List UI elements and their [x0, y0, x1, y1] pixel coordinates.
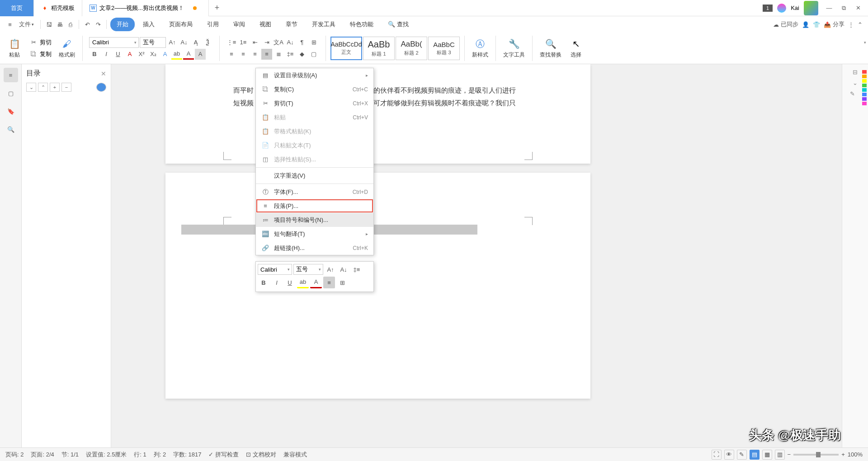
- numbering-icon[interactable]: 1≡: [238, 37, 249, 48]
- context-menu-item[interactable]: 🔤短句翻译(T)▸: [256, 227, 373, 241]
- change-case-icon[interactable]: Ѯ: [202, 37, 213, 48]
- context-menu-item[interactable]: ✂剪切(T)Ctrl+X: [256, 96, 373, 110]
- ribbon-tab-layout[interactable]: 页面布局: [163, 18, 199, 31]
- remove-icon[interactable]: −: [61, 83, 71, 92]
- line-spacing-icon[interactable]: ‡≡: [285, 49, 296, 60]
- outline-icon[interactable]: ≡: [4, 68, 18, 82]
- undo-icon[interactable]: ↶: [83, 20, 92, 29]
- mini-highlight-icon[interactable]: ab: [297, 277, 309, 288]
- align-left-icon[interactable]: ≡: [226, 49, 237, 60]
- ribbon-tab-find[interactable]: 🔍 查找: [382, 18, 415, 31]
- menu-icon[interactable]: ≡: [5, 20, 14, 29]
- distribute-icon[interactable]: ≣: [273, 49, 284, 60]
- context-menu-item[interactable]: ≔项目符号和编号(N)...: [256, 213, 373, 227]
- mini-line-spacing-icon[interactable]: ‡≡: [351, 263, 363, 275]
- strike-icon[interactable]: A: [124, 49, 135, 60]
- save-icon[interactable]: 🖫: [44, 20, 53, 29]
- text-effects-icon[interactable]: A: [160, 49, 170, 60]
- notification-badge[interactable]: 1: [763, 5, 773, 12]
- text-direction-icon[interactable]: 文A: [273, 37, 284, 48]
- sync-status[interactable]: ☁ 已同步: [773, 20, 798, 28]
- sort-icon[interactable]: A↓: [285, 37, 296, 48]
- context-menu-item[interactable]: 汉字重选(V): [256, 169, 373, 183]
- ribbon-tab-dev[interactable]: 开发工具: [306, 18, 342, 31]
- ribbon-tab-view[interactable]: 视图: [253, 18, 278, 31]
- pencil-icon[interactable]: ✎: [850, 90, 861, 101]
- print-layout-icon[interactable]: ▤: [750, 450, 760, 460]
- window-restore[interactable]: ⧉: [837, 4, 850, 13]
- context-menu-item[interactable]: ≡段落(P)...: [256, 199, 373, 213]
- zoom-tool-icon[interactable]: 🔍: [4, 122, 18, 136]
- chevron-down-icon[interactable]: ⌄: [853, 80, 858, 85]
- status-chars[interactable]: 字数: 1817: [173, 451, 201, 459]
- mini-border-icon[interactable]: ⊞: [336, 277, 348, 288]
- align-right-icon[interactable]: ≡: [250, 49, 260, 60]
- avatar[interactable]: [777, 4, 786, 13]
- mini-justify-icon[interactable]: ≡: [323, 277, 335, 288]
- highlight-icon[interactable]: ab: [171, 49, 182, 60]
- context-menu-item[interactable]: ▤设置目录级别(A)▸: [256, 68, 373, 82]
- style-heading3[interactable]: AaBbC标题 3: [428, 37, 460, 60]
- edit-mode-icon[interactable]: ✎: [737, 450, 747, 460]
- user-icon[interactable]: 👤: [802, 21, 809, 28]
- status-setval[interactable]: 设置值: 2.5厘米: [86, 451, 127, 459]
- read-mode-icon[interactable]: 👁: [724, 450, 734, 460]
- cut-button[interactable]: ✂剪切: [28, 37, 52, 48]
- zoom-in-icon[interactable]: +: [841, 451, 845, 458]
- font-color-icon[interactable]: A: [183, 49, 194, 60]
- shrink-font-icon[interactable]: A↓: [179, 37, 189, 48]
- bookmark-icon[interactable]: 🔖: [4, 104, 18, 118]
- superscript-icon[interactable]: X²: [136, 49, 147, 60]
- add-icon[interactable]: +: [50, 83, 60, 92]
- context-menu-item[interactable]: ⿻复制(C)Ctrl+C: [256, 82, 373, 96]
- mini-size-selector[interactable]: 五号▾: [293, 264, 323, 275]
- ribbon-tab-start[interactable]: 开始: [110, 18, 135, 31]
- status-section[interactable]: 节: 1/1: [61, 451, 79, 459]
- format-painter[interactable]: 🖌格式刷: [56, 38, 78, 59]
- style-normal[interactable]: AaBbCcDd正文: [330, 37, 362, 60]
- paste-button[interactable]: 📋粘贴: [5, 38, 24, 59]
- status-spell[interactable]: ✓ 拼写检查: [208, 451, 239, 459]
- mini-underline-icon[interactable]: U: [284, 277, 296, 288]
- thumbnails-icon[interactable]: ▢: [4, 86, 18, 100]
- new-style-button[interactable]: Ⓐ新样式: [469, 38, 491, 59]
- underline-icon[interactable]: U: [113, 49, 123, 60]
- mini-grow-font-icon[interactable]: A↑: [325, 263, 336, 275]
- document-canvas[interactable]: 而平时 短视频 的伙伴看不到视频剪辑的痕迹，是吸引人们进行 可才能够做到在剪辑视…: [111, 64, 842, 447]
- mini-italic-icon[interactable]: I: [271, 277, 283, 288]
- status-col[interactable]: 列: 2: [154, 451, 166, 459]
- mini-font-selector[interactable]: Calibri▾: [258, 264, 292, 275]
- context-menu-item[interactable]: Ⓣ字体(F)...Ctrl+D: [256, 185, 373, 199]
- select-button[interactable]: ↖选择: [567, 38, 585, 59]
- ruler-toggle-icon[interactable]: ⊟: [853, 69, 858, 74]
- ribbon-tab-insert[interactable]: 插入: [137, 18, 161, 31]
- status-pagenum[interactable]: 页码: 2: [5, 451, 24, 459]
- tab-template[interactable]: ♦稻壳模板: [34, 0, 82, 16]
- redo-icon[interactable]: ↷: [94, 20, 103, 29]
- bullets-icon[interactable]: ⋮≡: [226, 37, 237, 48]
- mini-bold-icon[interactable]: B: [258, 277, 269, 288]
- bold-icon[interactable]: B: [89, 49, 100, 60]
- expand-icon[interactable]: ⌄: [26, 83, 36, 92]
- context-menu-item[interactable]: 🔗超链接(H)...Ctrl+K: [256, 241, 373, 255]
- collapse-ribbon-icon[interactable]: ⌃: [858, 21, 863, 28]
- nav-indicator-icon[interactable]: [96, 83, 106, 92]
- zoom-out-icon[interactable]: −: [788, 451, 791, 458]
- outline-view-icon[interactable]: ▥: [775, 450, 785, 460]
- find-replace-button[interactable]: 🔍查找替换: [537, 38, 564, 59]
- borders-icon[interactable]: ⊞: [308, 37, 319, 48]
- style-heading2[interactable]: AaBb(标题 2: [396, 37, 427, 60]
- ribbon-tab-chapter[interactable]: 章节: [279, 18, 304, 31]
- print-icon[interactable]: 🖶: [55, 20, 64, 29]
- mini-font-color-icon[interactable]: A: [310, 277, 322, 288]
- preview-icon[interactable]: ⎙: [66, 20, 75, 29]
- window-minimize[interactable]: —: [823, 4, 835, 13]
- close-icon[interactable]: ✕: [101, 70, 106, 77]
- page-border-icon[interactable]: ▢: [308, 49, 319, 60]
- align-center-icon[interactable]: ≡: [238, 49, 249, 60]
- zoom-level[interactable]: 100%: [848, 451, 863, 458]
- text-tools-button[interactable]: 🔧文字工具: [500, 38, 528, 59]
- italic-icon[interactable]: I: [101, 49, 112, 60]
- style-heading1[interactable]: AaBb标题 1: [363, 37, 395, 60]
- subscript-icon[interactable]: X₂: [148, 49, 159, 60]
